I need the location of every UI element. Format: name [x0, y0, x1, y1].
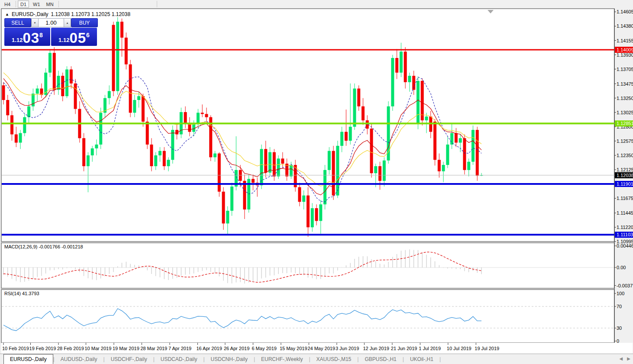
date-axis-label: 3 Jun 2019 [336, 346, 359, 351]
macd-axis-label: 0.004465 [617, 243, 633, 248]
price-badge-text: 1.12851 [617, 121, 633, 126]
buy-price-prefix: 1.12 [58, 37, 69, 43]
rsi-axis-label: 0 [617, 338, 619, 344]
date-axis-label: 28 Mar 2019 [140, 346, 167, 351]
chart-tab-ukoil-h1[interactable]: UKOil-,H1 [404, 354, 439, 364]
tab-separator: | [439, 356, 441, 362]
price-axis-label: 1.11675 [617, 196, 633, 201]
rsi-axis-label: 70 [617, 304, 622, 309]
chart-tab-gbpusd-h1[interactable]: GBPUSD-,H1 [358, 354, 402, 364]
chart-tab-usdcnh-daily[interactable]: USDCNH-,Daily [205, 354, 254, 364]
rsi-axis-label: 100 [617, 291, 624, 296]
rsi-panel [1, 290, 614, 343]
price-badge-text: 1.11103 [617, 232, 633, 237]
sell-price-pip: 8 [39, 32, 43, 39]
date-axis-label: 10 Jul 2019 [447, 346, 472, 351]
date-axis-label: 16 Apr 2019 [196, 346, 222, 351]
date-axis-label: 19 Feb 2019 [29, 346, 56, 351]
chart-ohlc-values: 1.12038 1.12073 1.12025 1.12038 [51, 11, 131, 17]
macd-axis-label: -0.003715 [617, 283, 633, 288]
price-axis-label: 1.14605 [617, 9, 633, 14]
date-axis-label: 26 Apr 2019 [224, 346, 249, 351]
date-axis-label: 28 Feb 2019 [57, 346, 84, 351]
volume-input[interactable] [39, 18, 64, 27]
sell-price-prefix: 1.12 [12, 37, 23, 43]
price-axis-label: 1.12350 [617, 153, 633, 158]
chart-tab-usdchf-daily[interactable]: USDCHF-,Daily [105, 354, 153, 364]
tab-scroll-left-icon[interactable]: ◀ [620, 356, 623, 361]
buy-price-pip: 6 [86, 32, 90, 39]
price-badge-text: 1.14009 [617, 47, 633, 52]
chart-tab-usdcad-daily[interactable]: USDCAD-,Daily [155, 354, 203, 364]
sell-button[interactable]: SELL [4, 18, 31, 27]
macd-panel [1, 243, 614, 288]
date-axis-label: 24 May 2019 [307, 346, 335, 351]
price-axis-label: 1.11445 [617, 210, 633, 216]
chart-tab-audusd-daily[interactable]: AUDUSD-,Daily [55, 354, 103, 364]
price-axis-label: 1.12575 [617, 139, 633, 144]
price-axis-label: 1.14155 [617, 38, 633, 43]
date-axis-label: 7 Apr 2019 [168, 346, 191, 351]
tab-scroll-right-icon[interactable]: ▶ [627, 356, 630, 361]
one-click-trade-panel: SELL ▼ ▲ BUY 1.12 03 8 1.12 05 6 [4, 18, 98, 46]
date-axis-label: 1 Jul 2019 [419, 346, 441, 351]
price-axis-label: 1.13705 [617, 67, 633, 72]
date-axis-label: 15 May 2019 [280, 346, 307, 351]
date-axis-label: 19 Jul 2019 [475, 346, 499, 351]
buy-button[interactable]: BUY [71, 18, 98, 27]
chart-symbol-label: EURUSD-,Daily [12, 11, 48, 17]
rsi-label: RSI(14) 41.3793 [4, 291, 39, 296]
chart-tab-bar: EURUSD-,Daily|AUDUSD-,Daily|USDCHF-,Dail… [0, 354, 633, 364]
price-axis-label: 1.13250 [617, 96, 633, 101]
date-axis-label: 6 May 2019 [252, 346, 276, 351]
chart-tab-eurchf-weekly[interactable]: EURCHF-,Weekly [255, 354, 309, 364]
chart-tab-eurusd-daily[interactable]: EURUSD-,Daily [3, 354, 53, 364]
buy-price-big: 05 [69, 32, 86, 45]
terminal-window: H4D1W1MN 1.146051.143801.141551.139301.1… [0, 0, 633, 364]
chart-tabs: EURUSD-,Daily|AUDUSD-,Daily|USDCHF-,Dail… [0, 354, 441, 364]
date-axis-label: 10 Feb 2019 [2, 346, 29, 351]
date-axis-label: 12 Jun 2019 [363, 346, 389, 351]
date-axis-label: 10 Mar 2019 [85, 346, 112, 351]
date-axis-label: 21 Jun 2019 [391, 346, 417, 351]
volume-increase-button[interactable]: ▲ [64, 18, 71, 27]
volume-decrease-button[interactable]: ▼ [31, 18, 39, 27]
rsi-axis-label: 30 [617, 325, 622, 331]
chart-canvas[interactable]: 1.146051.143801.141551.139301.137051.134… [0, 0, 633, 354]
chart-collapse-icon[interactable]: ▲ [5, 12, 9, 16]
sell-price-box[interactable]: 1.12 03 8 [4, 28, 50, 46]
chart-tab-xauusd-m15[interactable]: XAUUSD-,M15 [310, 354, 358, 364]
price-badge-text: 1.11901 [617, 181, 633, 187]
date-axis-label: 19 Mar 2019 [113, 346, 139, 351]
tab-scroll-controls: ◀ ▶ [620, 356, 630, 361]
buy-price-box[interactable]: 1.12 05 6 [51, 28, 97, 46]
price-axis-label: 1.12125 [617, 167, 633, 172]
chart-title: ▲ EURUSD-,Daily 1.12038 1.12073 1.12025 … [5, 11, 130, 17]
price-axis-label: 1.13025 [617, 110, 633, 115]
price-axis-label: 1.14380 [617, 23, 633, 29]
price-axis-label: 1.13930 [617, 52, 633, 58]
macd-label: MACD(12,26,9) -0.001766 -0.001218 [4, 244, 83, 249]
price-axis-label: 1.11220 [617, 225, 633, 230]
price-badge-text: 1.12038 [617, 173, 633, 178]
macd-axis-label: 0.00 [617, 265, 626, 270]
sell-price-big: 03 [23, 32, 39, 45]
price-axis-label: 1.13475 [617, 81, 633, 87]
